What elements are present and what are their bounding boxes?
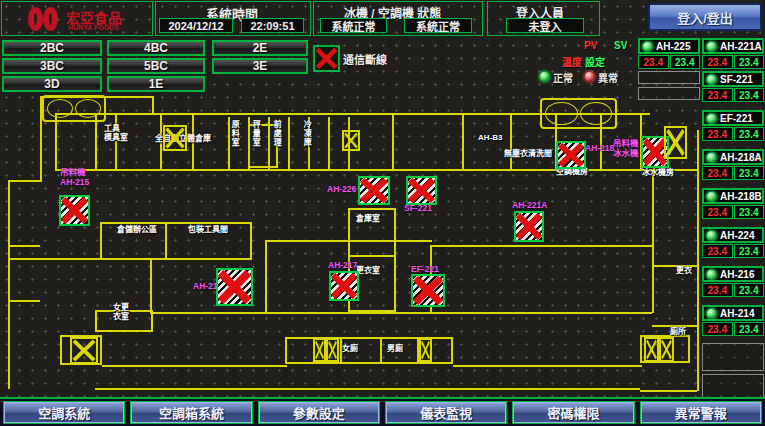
comm-fail-machine-icon[interactable] xyxy=(329,271,359,301)
hatched-area-icon xyxy=(313,338,326,362)
hatched-area-icon xyxy=(70,337,98,364)
map-wall xyxy=(640,390,697,392)
map-wall xyxy=(462,113,464,169)
footer-button-儀表監視[interactable]: 儀表監視 xyxy=(386,402,506,423)
room-label: 秤量室 xyxy=(251,120,260,147)
room-label: 倉庫室 xyxy=(356,214,380,223)
room-label: 女更 衣室 xyxy=(113,303,129,321)
room-label: 倉儲辦公區 xyxy=(117,225,157,234)
comm-fail-machine-icon[interactable] xyxy=(556,141,586,169)
hatched-area-icon xyxy=(659,337,674,362)
hatched-area-icon xyxy=(644,337,659,362)
comm-fail-machine-icon[interactable] xyxy=(514,211,544,242)
room-label: 更衣 xyxy=(676,266,692,275)
equipment-label: AH-218 xyxy=(585,144,614,154)
equipment-label: AH-221A xyxy=(512,201,547,211)
hmi-screen: { "header": { "logo_title": "宏亞食品", "log… xyxy=(0,0,765,426)
room-label: AH-B3 xyxy=(478,133,502,142)
map-wall xyxy=(55,169,698,171)
map-wall xyxy=(150,258,152,313)
map-wall xyxy=(652,169,654,313)
map-wall xyxy=(8,180,10,389)
map-wall xyxy=(250,222,252,259)
footer-button-空調箱系統[interactable]: 空調箱系統 xyxy=(131,402,251,423)
map-wall xyxy=(328,117,330,169)
map-wall xyxy=(430,245,652,247)
equipment-label: 吊料機 冰水機 xyxy=(613,139,639,159)
map-wall xyxy=(510,113,512,169)
equipment-label: AH-217 xyxy=(328,261,357,271)
equipment-label: 吊料機 AH-215 xyxy=(60,168,89,188)
room-label: 廁所 xyxy=(670,327,686,336)
comm-fail-machine-icon[interactable] xyxy=(59,195,90,226)
map-wall xyxy=(100,222,252,224)
map-wall xyxy=(95,388,640,390)
hatched-area-icon xyxy=(419,338,432,362)
footer-button-異常警報[interactable]: 異常警報 xyxy=(641,402,761,423)
equipment-label: AH-226 xyxy=(327,185,356,195)
room-label: 包裝工具間 xyxy=(188,225,228,234)
map-wall xyxy=(288,117,290,169)
map-wall xyxy=(165,222,167,259)
comm-fail-machine-icon[interactable] xyxy=(358,176,390,205)
comm-fail-machine-icon[interactable] xyxy=(216,268,253,306)
comm-fail-machine-icon[interactable] xyxy=(411,274,445,307)
map-wall xyxy=(150,312,652,314)
footer-menu: 空調系統空調箱系統參數設定儀表監視密碼權限異常警報 xyxy=(0,397,765,426)
equipment-label: SF-221 xyxy=(404,204,432,214)
hatched-area-icon xyxy=(342,130,360,151)
map-wall xyxy=(453,365,642,367)
room-label: 冷凍庫 xyxy=(302,120,311,147)
footer-button-密碼權限[interactable]: 密碼權限 xyxy=(513,402,633,423)
room-label: 更衣室 xyxy=(356,266,380,275)
map-wall xyxy=(8,258,252,260)
hatched-area-icon xyxy=(163,125,187,151)
map-wall xyxy=(265,240,267,313)
map-wall xyxy=(392,113,394,169)
footer-button-空調系統[interactable]: 空調系統 xyxy=(4,402,124,423)
map-wall xyxy=(8,245,40,247)
stairs-icon xyxy=(42,95,106,122)
room-label: 前處理 xyxy=(272,120,281,147)
map-wall xyxy=(102,365,287,367)
room-label: 工具 模具室 xyxy=(104,124,128,142)
map-wall xyxy=(100,222,102,259)
floor-plan-map: 工具 模具室全自動立體倉庫原料室秤量室前處理冷凍庫AH-B3無塵衣清洗間空調機房… xyxy=(0,0,765,426)
room-label: 原料室 xyxy=(230,120,239,147)
hatched-area-icon xyxy=(664,126,687,159)
room-label: 女廁 xyxy=(342,344,358,353)
room-label: 冰水機房 xyxy=(642,168,674,177)
stairs-icon xyxy=(540,98,617,129)
map-wall xyxy=(8,300,40,302)
map-wall xyxy=(8,180,42,182)
hatched-area-icon xyxy=(326,338,339,362)
map-wall xyxy=(697,130,699,391)
footer-button-參數設定[interactable]: 參數設定 xyxy=(259,402,379,423)
comm-fail-machine-icon[interactable] xyxy=(406,176,437,205)
room-label: 男廁 xyxy=(387,344,403,353)
map-wall xyxy=(152,96,154,114)
room-label: 無塵衣清洗間 xyxy=(504,149,552,158)
